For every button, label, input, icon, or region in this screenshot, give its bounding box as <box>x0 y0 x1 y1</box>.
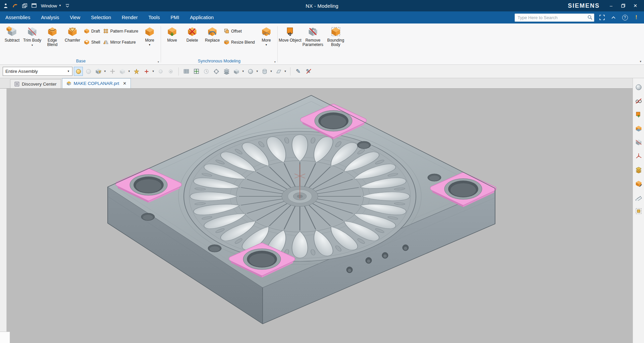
synchronous-edit-icon[interactable] <box>634 179 643 188</box>
resize-blend-button[interactable]: Resize Blend <box>222 39 256 45</box>
window-cascade-icon[interactable] <box>22 3 28 8</box>
minimize-icon[interactable]: – <box>606 2 616 10</box>
part-model[interactable] <box>108 95 495 324</box>
close-icon[interactable]: ✕ <box>630 2 641 10</box>
delete-icon <box>186 26 198 37</box>
endpoint-snap-icon[interactable] <box>167 67 175 76</box>
move-face-icon[interactable] <box>634 110 643 119</box>
restore-icon[interactable] <box>618 2 629 10</box>
offset-icon <box>224 28 229 34</box>
shaded-object-icon[interactable] <box>247 67 255 76</box>
midpoint-snap-icon[interactable] <box>157 67 165 76</box>
fullscreen-icon[interactable] <box>598 14 606 21</box>
nx-quick-icon[interactable] <box>12 3 18 8</box>
render-style-icon[interactable] <box>634 83 643 92</box>
sketch-curve-icon[interactable]: ✎ <box>294 67 302 76</box>
snap-options-icon[interactable] <box>143 67 151 76</box>
chevron-down-icon[interactable]: ▼ <box>104 70 106 73</box>
menu-render[interactable]: Render <box>116 11 143 23</box>
touch-mode-icon[interactable] <box>3 3 8 8</box>
solid-filter-icon[interactable] <box>232 67 241 76</box>
base-more-button[interactable]: More ▾ <box>140 24 160 58</box>
chevron-down-icon[interactable]: ▼ <box>152 70 155 73</box>
menu-application[interactable]: Application <box>184 11 219 23</box>
replace-button[interactable]: Replace <box>202 24 222 58</box>
move-object-button[interactable]: Move Object <box>279 24 302 58</box>
graphics-viewport[interactable] <box>0 89 633 343</box>
pattern-feature-icon[interactable] <box>634 165 643 174</box>
move-button[interactable]: Move <box>162 24 182 58</box>
selection-scope-select[interactable]: Entire Assembly ▼ <box>3 67 72 76</box>
shell-button[interactable]: Shell <box>83 39 102 45</box>
base-group-footer[interactable]: Base ▾ <box>2 58 160 64</box>
delay-selection-icon[interactable] <box>202 67 211 76</box>
select-touch-icon[interactable] <box>74 67 83 76</box>
select-interior-icon[interactable] <box>84 67 93 76</box>
menu-tools[interactable]: Tools <box>143 11 165 23</box>
window-menu[interactable]: Window ▼ <box>41 3 61 8</box>
resource-bar-strip[interactable] <box>0 89 7 343</box>
chevron-down-icon[interactable]: ▼ <box>284 70 287 73</box>
new-window-icon[interactable] <box>32 3 37 8</box>
group-dialog-launcher-icon[interactable]: ▾ <box>158 60 159 63</box>
chevron-down-icon[interactable]: ▼ <box>242 70 245 73</box>
datum-csys-icon[interactable] <box>634 152 643 160</box>
chamfer-icon <box>66 26 78 37</box>
draft-button[interactable]: Draft <box>83 28 102 34</box>
snap-point-icon[interactable] <box>132 67 141 76</box>
window-title: NX - Modeling <box>306 3 338 9</box>
bounding-body-icon[interactable] <box>634 207 643 215</box>
menu-view[interactable]: View <box>64 11 86 23</box>
offset-button[interactable]: Offset <box>222 28 256 34</box>
sync-more-button[interactable]: More ▾ <box>256 24 276 58</box>
filter-type-icon[interactable] <box>118 67 127 76</box>
no-selection-filter-icon[interactable]: ✎ <box>304 67 312 76</box>
measure-icon[interactable] <box>634 193 643 202</box>
ribbon-options-icon[interactable]: ▾ <box>640 60 641 63</box>
menu-selection[interactable]: Selection <box>86 11 116 23</box>
search-input[interactable] <box>515 13 594 22</box>
edge-blend-button[interactable]: Edge Blend <box>42 24 62 58</box>
close-tab-icon[interactable]: ✕ <box>123 81 126 86</box>
remove-parameters-icon: P= <box>307 26 319 37</box>
delete-button[interactable]: Delete <box>182 24 202 58</box>
quick-access-toolbar: Window ▼ <box>3 3 69 8</box>
cylinder-filter-icon[interactable] <box>261 67 269 76</box>
stop-at-intersection-icon[interactable] <box>192 67 201 76</box>
mirror-feature-button[interactable]: Mirror Feature <box>102 39 140 45</box>
menu-pmi[interactable]: PMI <box>165 11 184 23</box>
chevron-down-icon: ▾ <box>266 44 267 46</box>
pattern-feature-button[interactable]: Pattern Feature <box>102 28 140 34</box>
section-view-icon[interactable] <box>634 138 643 147</box>
selection-filter-icon[interactable] <box>94 67 103 76</box>
customize-quick-access-icon[interactable] <box>65 4 69 8</box>
help-icon[interactable]: ? <box>621 14 629 21</box>
chamfer-button[interactable]: Chamfer <box>62 24 83 58</box>
model-scene[interactable] <box>0 89 633 343</box>
bottom-left-panel[interactable] <box>0 332 10 343</box>
target-point-icon[interactable] <box>212 67 221 76</box>
search-icon[interactable] <box>587 15 593 21</box>
face-rule-icon[interactable] <box>182 67 191 76</box>
remove-parameters-button[interactable]: P= Remove Parameters <box>302 24 324 58</box>
tab-make-coplanar[interactable]: MAKE COPLANAR.prt ✕ <box>62 78 131 88</box>
sync-group-footer[interactable]: Synchronous Modeling ▾ <box>162 58 276 64</box>
tab-discovery-center[interactable]: Discovery Center <box>10 79 61 88</box>
discovery-center-icon <box>14 82 19 87</box>
sheet-filter-icon[interactable] <box>275 67 283 76</box>
assembly-constraints-icon[interactable] <box>634 124 643 133</box>
chevron-down-icon[interactable]: ▼ <box>256 70 259 73</box>
menu-analysis[interactable]: Analysis <box>36 11 64 23</box>
group-dialog-launcher-icon[interactable]: ▾ <box>274 60 276 63</box>
layer-settings-icon[interactable] <box>222 67 231 76</box>
menu-assemblies[interactable]: Assemblies <box>0 11 36 23</box>
chevron-down-icon[interactable]: ▼ <box>128 70 130 73</box>
show-hide-icon[interactable] <box>634 97 643 105</box>
subtract-button[interactable]: Subtract <box>2 24 22 58</box>
allow-selection-icon[interactable] <box>108 67 117 76</box>
command-alert-icon[interactable]: ! <box>633 14 640 21</box>
collapse-ribbon-icon[interactable] <box>610 14 617 21</box>
bounding-body-button[interactable]: Bounding Body <box>324 24 347 58</box>
trim-body-button[interactable]: Trim Body ▾ <box>22 24 42 58</box>
chevron-down-icon[interactable]: ▼ <box>270 70 273 73</box>
